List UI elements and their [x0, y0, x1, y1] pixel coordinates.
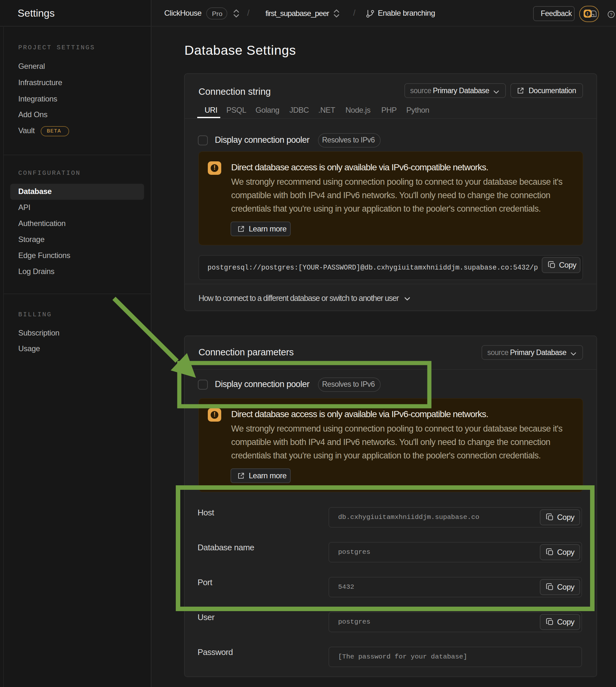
svg-text:?: ?	[610, 12, 613, 17]
